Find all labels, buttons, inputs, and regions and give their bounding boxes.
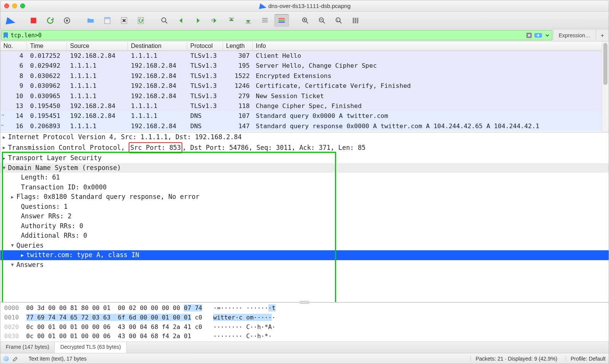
col-header-destination[interactable]: Destination xyxy=(128,42,187,50)
tab-frame[interactable]: Frame (147 bytes) xyxy=(0,342,55,353)
wireshark-logo-icon[interactable] xyxy=(3,14,17,27)
packet-row[interactable]: →140.195451192.168.2.841.1.1.1DNS107Stan… xyxy=(0,111,602,121)
src-port-highlight: Src Port: 853 xyxy=(129,142,182,154)
title-text: dns-over-tls13-1111-dsb.pcapng xyxy=(268,3,351,9)
hex-row[interactable]: 0000 00 3d 00 00 81 80 00 01 00 02 00 00… xyxy=(4,304,606,313)
svg-rect-8 xyxy=(212,19,213,20)
detail-ipv4[interactable]: ▶Internet Protocol Version 4, Src: 1.1.1… xyxy=(0,132,609,142)
packet-row[interactable]: ←160.2068931.1.1.1192.168.2.84DNS147Stan… xyxy=(0,121,602,131)
detail-dns-additional-rrs[interactable]: Additional RRs: 0 xyxy=(0,231,609,241)
packet-list-header[interactable]: No. Time Source Destination Protocol Len… xyxy=(0,41,602,51)
add-filter-button[interactable]: + xyxy=(596,29,609,41)
packet-row[interactable]: 130.195450192.168.2.841.1.1.1TLSv1.3118C… xyxy=(0,101,602,111)
filter-history-icon[interactable] xyxy=(543,31,552,40)
svg-rect-24 xyxy=(357,17,359,23)
status-selected-item: Text item (text), 17 bytes xyxy=(22,356,467,362)
detail-dns-questions[interactable]: Questions: 1 xyxy=(0,202,609,212)
col-header-info[interactable]: Info xyxy=(253,42,602,50)
reload-file-icon[interactable] xyxy=(134,14,148,27)
packet-bytes-pane[interactable]: 0000 00 3d 00 00 81 80 00 01 00 02 00 00… xyxy=(0,302,609,342)
go-forward-icon[interactable] xyxy=(191,14,205,27)
save-file-icon[interactable] xyxy=(100,14,115,27)
col-header-time[interactable]: Time xyxy=(27,42,67,50)
capture-options-icon[interactable] xyxy=(60,14,74,27)
window-title: dns-over-tls13-1111-dsb.pcapng xyxy=(0,3,609,9)
find-packet-icon[interactable] xyxy=(157,14,172,27)
svg-rect-14 xyxy=(262,21,268,22)
col-header-no[interactable]: No. xyxy=(0,42,27,50)
packet-row[interactable]: 90.0309621.1.1.1192.168.2.84TLSv1.31246C… xyxy=(0,81,602,91)
packet-row[interactable]: 80.0306221.1.1.1192.168.2.84TLSv1.31522E… xyxy=(0,71,602,81)
status-bar: Text item (text), 17 bytes Packets: 21 ·… xyxy=(0,353,609,364)
detail-dns[interactable]: ▼Domain Name System (response) xyxy=(0,163,609,173)
close-file-icon[interactable] xyxy=(117,14,131,27)
go-first-packet-icon[interactable] xyxy=(224,14,239,27)
packet-row[interactable]: 40.017252192.168.2.841.1.1.1TLSv1.3307Cl… xyxy=(0,51,602,61)
zoom-in-icon[interactable] xyxy=(298,14,312,27)
clear-filter-icon[interactable] xyxy=(525,31,534,40)
bytes-tabs: Frame (147 bytes) Decrypted TLS (63 byte… xyxy=(0,342,609,353)
detail-dns-length[interactable]: Length: 61 xyxy=(0,173,609,183)
zoom-reset-icon[interactable]: 1 xyxy=(332,14,346,27)
wireshark-window: dns-over-tls13-1111-dsb.pcapng 1 xyxy=(0,0,609,364)
go-last-packet-icon[interactable] xyxy=(241,14,255,27)
detail-dns-query-item[interactable]: ▶twitter.com: type A, class IN xyxy=(0,250,609,260)
col-header-length[interactable]: Length xyxy=(223,42,253,50)
display-filter-input[interactable] xyxy=(10,32,525,39)
tab-decrypted-tls[interactable]: Decrypted TLS (63 bytes) xyxy=(55,342,126,353)
col-header-source[interactable]: Source xyxy=(67,42,128,50)
packet-row[interactable]: 60.0294921.1.1.1192.168.2.84TLSv1.3195Se… xyxy=(0,61,602,71)
go-back-icon[interactable] xyxy=(174,14,188,27)
svg-rect-9 xyxy=(212,21,213,21)
colorize-icon[interactable] xyxy=(274,14,289,27)
svg-rect-12 xyxy=(262,18,268,19)
col-header-protocol[interactable]: Protocol xyxy=(187,42,223,50)
expression-button[interactable]: Expression… xyxy=(553,29,596,41)
expert-info-icon[interactable] xyxy=(3,356,9,361)
svg-rect-10 xyxy=(229,17,234,18)
svg-rect-16 xyxy=(279,20,285,21)
hex-row[interactable]: 0010 77 69 74 74 65 72 03 63 6f 6d 00 00… xyxy=(4,313,606,323)
bookmark-icon xyxy=(3,32,8,38)
packet-row[interactable]: 100.0309651.1.1.1192.168.2.84TLSv1.3279N… xyxy=(0,91,602,101)
auto-scroll-icon[interactable] xyxy=(258,14,272,27)
detail-dns-answers[interactable]: ▼Answers xyxy=(0,260,609,270)
pane-resize-handle[interactable] xyxy=(300,301,309,304)
svg-text:1: 1 xyxy=(337,18,339,22)
go-to-packet-icon[interactable] xyxy=(207,14,222,27)
detail-dns-queries[interactable]: ▼Queries xyxy=(0,241,609,251)
apply-filter-icon[interactable] xyxy=(534,31,543,40)
detail-dns-authority-rrs[interactable]: Authority RRs: 0 xyxy=(0,221,609,231)
status-profile[interactable]: Profile: Default xyxy=(566,356,606,362)
svg-rect-4 xyxy=(105,17,110,19)
svg-rect-23 xyxy=(355,17,356,23)
svg-rect-17 xyxy=(279,21,285,22)
display-filter-bar: Expression… + xyxy=(0,29,609,41)
svg-point-2 xyxy=(66,19,68,22)
svg-rect-0 xyxy=(31,17,37,23)
resize-columns-icon[interactable] xyxy=(348,14,363,27)
status-packet-count: Packets: 21 · Displayed: 9 (42.9%) xyxy=(470,356,562,362)
open-file-icon[interactable] xyxy=(83,14,98,27)
wireshark-fin-icon xyxy=(258,2,266,9)
packet-details-pane[interactable]: ▶Internet Protocol Version 4, Src: 1.1.1… xyxy=(0,132,609,302)
detail-dns-tid[interactable]: Transaction ID: 0x0000 xyxy=(0,183,609,192)
svg-rect-22 xyxy=(353,17,354,23)
packet-list-body[interactable]: 40.017252192.168.2.841.1.1.1TLSv1.3307Cl… xyxy=(0,51,602,131)
hex-row[interactable]: 0020 0c 00 01 00 01 00 00 06 43 00 04 68… xyxy=(4,323,606,332)
detail-tls[interactable]: ▶Transport Layer Security xyxy=(0,153,609,163)
detail-tcp[interactable]: ▶Transmission Control Protocol, Src Port… xyxy=(0,142,609,154)
main-toolbar: 1 xyxy=(0,12,609,29)
detail-dns-answer-rrs[interactable]: Answer RRs: 2 xyxy=(0,211,609,221)
edit-icon[interactable] xyxy=(13,356,19,362)
titlebar: dns-over-tls13-1111-dsb.pcapng xyxy=(0,0,609,12)
packet-list-scrollbar[interactable] xyxy=(602,41,609,132)
restart-capture-icon[interactable] xyxy=(43,14,57,27)
display-filter-field[interactable] xyxy=(1,30,552,40)
stop-capture-icon[interactable] xyxy=(26,14,41,27)
svg-rect-11 xyxy=(246,22,251,23)
hex-row[interactable]: 0030 0c 00 01 00 01 00 00 06 43 00 04 68… xyxy=(4,332,606,341)
detail-dns-flags[interactable]: ▶Flags: 0x8180 Standard query response, … xyxy=(0,192,609,202)
zoom-out-icon[interactable] xyxy=(315,14,329,27)
packet-list-pane: No. Time Source Destination Protocol Len… xyxy=(0,41,609,132)
